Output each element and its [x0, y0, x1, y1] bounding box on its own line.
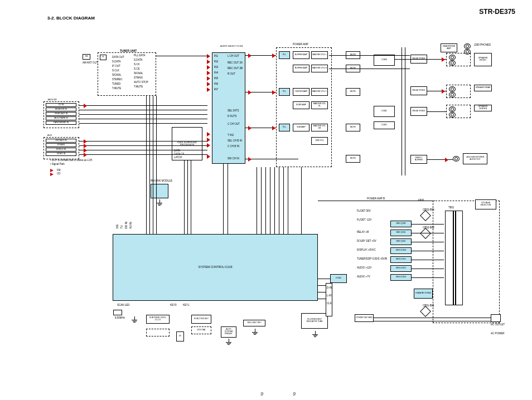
- mute-block: MUTE: [346, 88, 360, 96]
- amp-block: BUFFER AMP: [293, 51, 309, 59]
- asel-pin-r: C CH B IN: [228, 145, 239, 148]
- ground-icon: [252, 329, 258, 335]
- transformer-block: [445, 211, 463, 305]
- amp-block: SURR AMP: [293, 101, 309, 109]
- speaker-rear-label: SPEAKER REAR: [474, 85, 492, 91]
- asel-pin-l: IN6: [214, 82, 218, 85]
- asel-pin-r: C CH OUT: [228, 123, 240, 125]
- power-amp-ic: IC801: [374, 106, 395, 117]
- tuner-pin: T.MUTE: [112, 87, 121, 90]
- ground-icon: [312, 331, 318, 337]
- mute-block: MUTE: [346, 124, 360, 131]
- jack-item: VIDEO AUX IN: [46, 112, 76, 116]
- direct-buffer: DIRECT BUFFER: [410, 155, 427, 164]
- relay-block: RELAY RY802: [410, 107, 427, 116]
- supply-label: RELAY +B: [357, 231, 369, 233]
- aux-item: VIDEO IN: [46, 152, 76, 156]
- tuner-pin: STEREO: [112, 78, 123, 81]
- key-block: S852-S857 KEY: [243, 320, 265, 326]
- ground-icon: [132, 316, 137, 323]
- dsp-block: IC601 SURROUND PROCESSOR: [172, 127, 202, 160]
- jack-item: MONITOR IN: [46, 108, 76, 111]
- reg-block: REG IC952: [390, 265, 412, 272]
- tuner-pin: SIGNAL: [112, 74, 122, 76]
- auto-system-preset: AUTO SYSTEM PRESET: [221, 326, 236, 338]
- pll-block3: PLL: [279, 124, 290, 131]
- reg-block: REG Q950: [390, 221, 412, 227]
- jog-dial-block: JOG DIAL: [191, 326, 211, 334]
- dsp-pin: LATCH: [174, 156, 182, 159]
- pll-block2: PLL: [279, 88, 290, 96]
- function-key-block: FUNCTION KEY: [191, 315, 211, 324]
- fl-tube: FLUORESCENT INDICATOR TUBE: [301, 313, 328, 329]
- rect-block: [420, 210, 431, 221]
- headphone-amp: HEADPHONE AMP: [441, 43, 457, 52]
- tuner-right-pin: S.DATA: [134, 58, 143, 61]
- page-number-right: 9: [293, 391, 296, 397]
- tuner-right-pin: S.CE: [134, 67, 140, 70]
- legend-note2: • Signal Path: [50, 163, 93, 167]
- asel-pin-l: IN5: [214, 77, 218, 80]
- sc-top-pin: DO IN: [125, 222, 128, 229]
- spk-center-jack: [449, 106, 456, 112]
- power-supply-border: [433, 201, 500, 323]
- spk-center-jack: [449, 112, 456, 118]
- power-switch: POWER SW S800: [355, 314, 374, 322]
- spk-rear-jack: [449, 92, 456, 97]
- sc-top-pin: TU: [120, 226, 123, 229]
- asel-pin-r: SEL CH B IN: [228, 139, 242, 142]
- ground-icon: [226, 339, 231, 345]
- aux-item: DVD/LD IN: [46, 148, 76, 152]
- amp-block: CENTER AMP: [293, 88, 309, 96]
- power-amp-ic: IC802: [374, 121, 395, 129]
- aux-item: POWER: [46, 143, 76, 147]
- tuner-pin: TUNED: [112, 82, 121, 85]
- sc-bot-pin: KEY1: [183, 304, 190, 306]
- asel-pin-r: T IN2: [228, 134, 234, 136]
- bi-switch: BI: [100, 55, 107, 60]
- asel-pin-r: L CH OUT: [228, 55, 239, 57]
- asel-pin-r: REC OUT 2B: [228, 67, 243, 70]
- rect-block: [420, 228, 431, 239]
- woofer-jack: [453, 156, 460, 162]
- sc-bot-pin: SCAN LED: [117, 304, 130, 306]
- legend-fm: FM: [57, 169, 61, 173]
- xtal-label: 8.00MHz: [115, 316, 125, 319]
- supply-label: FL/DET 30V: [357, 209, 371, 212]
- phones-jack-l: [464, 43, 471, 49]
- supply-label: FL/DET -12V: [357, 218, 371, 221]
- supply-label: AUDIO +7V: [357, 275, 370, 278]
- asel-pin-r: 8 OUTS: [228, 115, 236, 118]
- asel-pin-r: SEL DI/T2: [228, 109, 239, 112]
- pll-block: PLL: [279, 51, 290, 59]
- fl-pin: D-IN: [327, 286, 332, 289]
- jack-bd-label: JACK BD: [47, 98, 57, 101]
- vol-block: MASTER VOL R: [311, 65, 328, 72]
- reg-block: REG Q951: [390, 230, 412, 236]
- vol-block: MASTER VOL SR: [311, 124, 328, 131]
- tuner-right-pin: SIGNAL: [134, 72, 143, 75]
- spk-front-jack: [449, 55, 456, 60]
- sc-bot-pin: KEY0: [170, 304, 177, 306]
- page-number-left: 9: [260, 391, 263, 397]
- relay-block: RELAY RY801: [410, 86, 427, 95]
- amp-block: SUB AMP: [293, 124, 309, 131]
- fl-pin: CLK: [327, 302, 332, 305]
- tuner-right-pin: AUTO STOP: [134, 81, 148, 84]
- ac-outlet-label: AC OUTLET: [491, 323, 505, 326]
- asel-pin-l: IN1: [214, 55, 218, 57]
- fl-ctrl-ic: IC904: [330, 274, 347, 283]
- ground-icon: [157, 199, 162, 206]
- aux-item: DVD AUX IN: [46, 139, 76, 143]
- tuner-right-pin: T.MUTE: [134, 85, 143, 88]
- asel-pin-l: IN3: [214, 66, 218, 69]
- tuner-right-pin: STMNO: [134, 76, 143, 79]
- spk-rear-jack: [449, 86, 456, 92]
- jack-item: MULTI/TAPE IN: [46, 116, 76, 120]
- asel-pin-r: R OUT: [228, 72, 235, 75]
- ir-block: IR: [176, 331, 184, 342]
- tuner-pin: IF OUT: [112, 65, 120, 67]
- sub-drive-led: [146, 329, 170, 336]
- amp-block: BUFFER AMP: [293, 65, 309, 72]
- aux-bd-label: AUX: [47, 134, 52, 136]
